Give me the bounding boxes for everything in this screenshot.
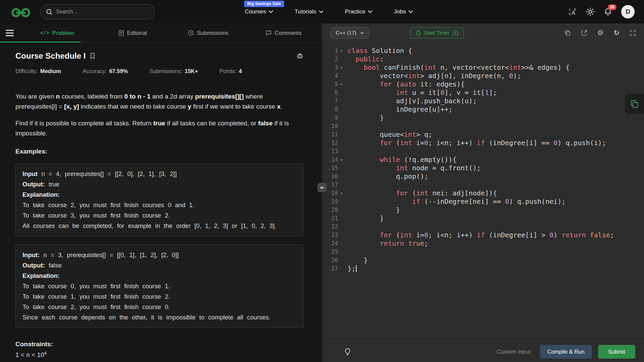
fold-gutter bbox=[338, 130, 345, 139]
sale-badge: Big Savings Sale bbox=[244, 1, 284, 7]
fold-gutter bbox=[338, 223, 345, 231]
similar-problems-widget[interactable] bbox=[625, 94, 644, 114]
code-line[interactable]: 26 } bbox=[323, 256, 644, 264]
problem-paragraph-2: Find if it is possible to complete all t… bbox=[15, 118, 304, 138]
fold-gutter bbox=[338, 97, 345, 105]
code-text: for (int i=0; i<n; i++) if (inDegree[i] … bbox=[347, 139, 606, 147]
nav-item-tutorials[interactable]: Tutorials bbox=[294, 8, 323, 15]
top-navbar: Big Savings Sale Courses Tutorials Pract… bbox=[0, 0, 644, 23]
theme-toggle-sun-icon[interactable] bbox=[586, 7, 595, 16]
line-number: 27 bbox=[323, 264, 338, 273]
code-line[interactable]: 25 bbox=[323, 248, 644, 256]
code-editor[interactable]: 1▾class Solution {2 public:3▾ bool canFi… bbox=[323, 43, 644, 341]
code-line[interactable]: 22 bbox=[323, 223, 644, 231]
tab-submissions[interactable]: Submissions bbox=[170, 23, 246, 42]
line-number: 22 bbox=[323, 223, 338, 231]
code-line[interactable]: 8 inDegree[u]++; bbox=[323, 105, 644, 114]
line-number: 11 bbox=[323, 130, 338, 139]
search-box[interactable] bbox=[40, 4, 155, 19]
notifications-bell-icon[interactable]: 26 bbox=[604, 8, 612, 16]
code-line[interactable]: 3▾ bool canFinish(int n, vector<vector<i… bbox=[323, 63, 644, 72]
code-line[interactable]: 4 vector<int> adj[n], inDegree(n, 0); bbox=[323, 72, 644, 80]
code-line[interactable]: 27}; bbox=[323, 264, 644, 273]
code-line[interactable]: 13 bbox=[323, 147, 644, 156]
active-tab-underline bbox=[0, 42, 80, 43]
fullscreen-icon[interactable] bbox=[630, 30, 636, 36]
code-line[interactable]: 12 for (int i=0; i<n; i++) if (inDegree[… bbox=[323, 139, 644, 147]
example-line: To take course 0, you must first finish … bbox=[22, 281, 297, 291]
resize-arrow-right-icon bbox=[322, 186, 324, 189]
custom-input-button[interactable]: Custom Input bbox=[497, 349, 531, 355]
panel-resize-handle[interactable] bbox=[318, 183, 326, 192]
export-code-icon[interactable] bbox=[581, 30, 587, 36]
code-text: for (int i=0; i<n; i++) if (inDegree[i] … bbox=[347, 231, 614, 239]
notification-badge: 26 bbox=[608, 4, 616, 10]
code-line[interactable]: 15 int node = q.front(); bbox=[323, 164, 644, 172]
code-text: class Solution { bbox=[347, 47, 412, 55]
code-line[interactable]: 2 public: bbox=[323, 55, 644, 63]
avatar[interactable]: D bbox=[621, 5, 635, 18]
code-text: for (int nei: adj[node]){ bbox=[347, 189, 497, 197]
hamburger-menu-button[interactable] bbox=[0, 23, 19, 42]
line-number: 21 bbox=[323, 214, 338, 223]
tab-editorial[interactable]: Editorial bbox=[95, 23, 170, 42]
code-line[interactable]: 14▾ while (!q.empty()){ bbox=[323, 156, 644, 164]
code-line[interactable]: 7 adj[v].push_back(u); bbox=[323, 97, 644, 105]
line-number: 7 bbox=[323, 97, 338, 105]
nav-item-practice[interactable]: Practice bbox=[345, 8, 372, 15]
tab-comments[interactable]: Comments bbox=[246, 23, 321, 42]
translate-icon[interactable]: A z bbox=[568, 7, 577, 16]
fold-gutter bbox=[338, 248, 345, 256]
start-timer-button[interactable]: Start Timer bbox=[410, 27, 464, 39]
problem-paragraph-1: You are given n courses, labeled from 0 … bbox=[15, 92, 304, 112]
example-line: To take course 2, you must first finish … bbox=[22, 200, 297, 210]
hint-lightbulb-icon[interactable] bbox=[343, 348, 352, 356]
line-number: 19 bbox=[323, 197, 338, 206]
problem-tabbar: </> Problem Editorial Submissions Commen… bbox=[0, 23, 321, 43]
compile-run-button[interactable]: Compile & Run bbox=[540, 345, 592, 359]
line-number: 23 bbox=[323, 231, 338, 239]
gfg-logo[interactable] bbox=[10, 6, 32, 18]
code-line[interactable]: 16 q.pop(); bbox=[323, 172, 644, 181]
code-line[interactable]: 21 } bbox=[323, 214, 644, 223]
code-line[interactable]: 1▾class Solution { bbox=[323, 47, 644, 55]
bookmark-icon[interactable] bbox=[90, 53, 95, 59]
example-line: Input n = 4, prerequisites[] = [[2, 0], … bbox=[22, 169, 297, 179]
fold-arrow-icon[interactable]: ▾ bbox=[338, 156, 345, 164]
code-text: inDegree[u]++; bbox=[347, 105, 452, 114]
nav-item-jobs[interactable]: Jobs bbox=[394, 8, 413, 15]
tab-problem[interactable]: </> Problem bbox=[19, 23, 95, 42]
code-line[interactable]: 23 for (int i=0; i<n; i++) if (inDegree[… bbox=[323, 231, 644, 239]
example-line: Output: false bbox=[22, 260, 297, 270]
search-input[interactable] bbox=[56, 9, 149, 15]
code-line[interactable]: 5▾ for (auto it: edges){ bbox=[323, 80, 644, 88]
code-line[interactable]: 19 if (--inDegree[nei] == 0) q.push(nei)… bbox=[323, 197, 644, 206]
code-line[interactable]: 17 bbox=[323, 181, 644, 189]
page-title: Course Schedule I bbox=[15, 51, 86, 61]
line-number: 8 bbox=[323, 105, 338, 114]
fold-arrow-icon[interactable]: ▾ bbox=[338, 80, 345, 88]
fold-arrow-icon[interactable]: ▾ bbox=[338, 63, 345, 72]
settings-gear-icon[interactable]: ⚙ bbox=[597, 29, 604, 37]
code-text: queue<int> q; bbox=[347, 130, 432, 139]
fold-arrow-icon[interactable]: ▾ bbox=[338, 47, 345, 55]
points-meta: Points:4 bbox=[219, 68, 242, 74]
submit-button[interactable]: Submit bbox=[598, 345, 635, 359]
code-line[interactable]: 6 int u = it[0], v = it[1]; bbox=[323, 88, 644, 97]
code-line[interactable]: 10 bbox=[323, 122, 644, 130]
accuracy-meta: Accuracy:67.59% bbox=[83, 68, 128, 74]
code-line[interactable]: 20 } bbox=[323, 206, 644, 214]
code-line[interactable]: 24 return true; bbox=[323, 239, 644, 248]
code-line[interactable]: 11 queue<int> q; bbox=[323, 130, 644, 139]
nav-item-courses[interactable]: Big Savings Sale Courses bbox=[245, 8, 273, 15]
code-line[interactable]: 18▾ for (int nei: adj[node]){ bbox=[323, 189, 644, 197]
code-line[interactable]: 9 } bbox=[323, 114, 644, 122]
fold-arrow-icon[interactable]: ▾ bbox=[338, 189, 345, 197]
bug-report-icon[interactable] bbox=[296, 52, 304, 60]
reset-code-icon[interactable]: ↻ bbox=[613, 29, 620, 37]
fold-gutter bbox=[338, 181, 345, 189]
submissions-meta: Submissions:15K+ bbox=[149, 68, 198, 74]
language-selector[interactable]: C++ (17) bbox=[331, 27, 369, 39]
copy-code-icon[interactable] bbox=[565, 30, 571, 36]
svg-text:A: A bbox=[572, 10, 575, 15]
